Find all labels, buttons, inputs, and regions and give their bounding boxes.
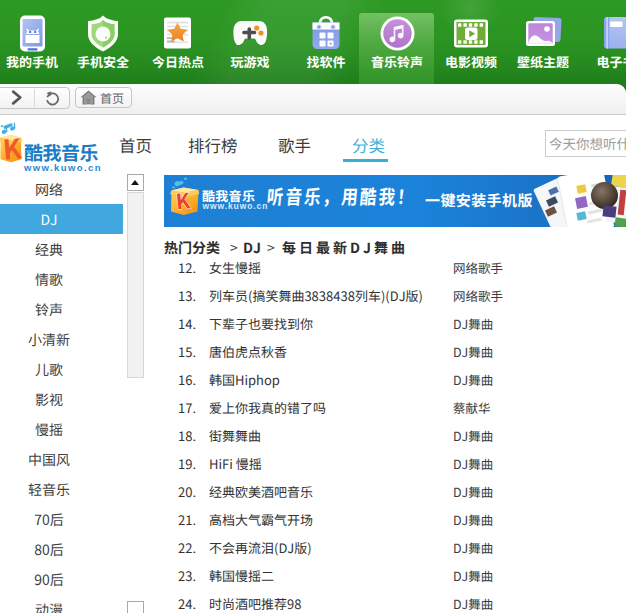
svg-text:K: K xyxy=(1,127,23,168)
